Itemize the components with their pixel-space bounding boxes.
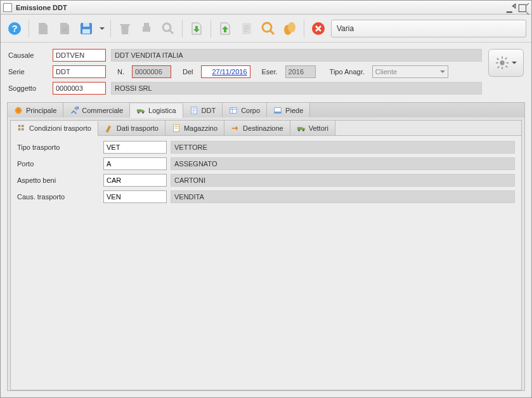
svg-rect-14: [496, 62, 498, 63]
svg-point-35: [302, 129, 304, 131]
svg-rect-18: [505, 57, 507, 60]
tab-principale[interactable]: Principale: [8, 103, 63, 117]
numero-label: N.: [111, 68, 127, 76]
print-button[interactable]: [138, 20, 155, 37]
search-button[interactable]: [159, 20, 177, 37]
save-dropdown[interactable]: [99, 26, 105, 31]
help-button[interactable]: ?: [6, 20, 23, 37]
numero-input[interactable]: [132, 65, 171, 78]
causale-code-input[interactable]: [53, 49, 106, 62]
tipo-anagr-value: Cliente: [375, 68, 397, 76]
window-title: Emissione DDT: [16, 4, 505, 11]
titlebar: Emissione DDT: [1, 1, 531, 15]
tab-commerciale[interactable]: Commerciale: [63, 103, 130, 117]
window-icon: [3, 3, 12, 12]
inner-tab-content: Tipo trasporto VETTORE Porto ASSEGNATO A…: [10, 135, 522, 390]
tab-corpo[interactable]: Corpo: [223, 103, 267, 117]
svg-rect-12: [502, 56, 503, 59]
soggetto-code-input[interactable]: [53, 82, 106, 95]
soggetto-desc: ROSSI SRL: [111, 82, 482, 95]
import-button[interactable]: [188, 20, 205, 37]
porto-input[interactable]: [103, 157, 167, 170]
svg-rect-30: [18, 128, 21, 131]
mode-field[interactable]: Varia: [331, 20, 526, 37]
save-button[interactable]: [77, 20, 95, 37]
svg-text:?: ?: [11, 23, 17, 34]
aspetto-beni-desc: CARTONI: [171, 174, 515, 187]
caus-trasporto-input[interactable]: [103, 190, 167, 203]
aspetto-beni-label: Aspetto beni: [17, 176, 100, 184]
svg-rect-4: [83, 23, 89, 27]
svg-rect-21: [137, 109, 142, 112]
del-label: Del: [176, 68, 196, 76]
svg-rect-28: [18, 125, 21, 128]
svg-rect-19: [497, 66, 500, 69]
tab-logistica[interactable]: Logistica: [130, 103, 183, 118]
serie-label: Serie: [8, 68, 48, 76]
svg-rect-16: [496, 58, 499, 60]
subtab-condizioni-trasporto[interactable]: Condizioni trasporto: [11, 121, 98, 136]
subtab-dati-trasporto[interactable]: Dati trasporto: [98, 121, 165, 135]
del-date-input[interactable]: [201, 65, 250, 78]
svg-rect-27: [275, 111, 282, 113]
svg-point-7: [263, 23, 271, 32]
main-window: Emissione DDT ?: [0, 0, 532, 398]
porto-desc: ASSEGNATO: [171, 157, 515, 170]
causale-desc: DDT VENDITA ITALIA: [111, 49, 482, 62]
caus-trasporto-label: Caus. trasporto: [17, 193, 100, 201]
caus-trasporto-desc: VENDITA: [171, 190, 515, 203]
tipo-trasporto-desc: VETTORE: [171, 141, 515, 154]
notes-button[interactable]: [238, 20, 256, 37]
tab-ddt[interactable]: DDT: [183, 103, 223, 117]
svg-point-11: [500, 60, 504, 65]
main-tab-panel: Principale Commerciale Logistica DDT Cor…: [7, 102, 525, 391]
svg-point-22: [138, 112, 139, 114]
subtab-vettori[interactable]: Vettori: [290, 121, 335, 135]
svg-rect-0: [519, 4, 526, 11]
find-button[interactable]: [259, 20, 277, 37]
export-button[interactable]: [216, 20, 234, 37]
chevron-down-icon: [440, 68, 445, 76]
porto-label: Porto: [17, 160, 100, 168]
svg-rect-5: [82, 29, 90, 34]
minimize-button[interactable]: [505, 3, 516, 12]
svg-point-9: [288, 22, 295, 32]
svg-rect-15: [506, 62, 509, 63]
settings-button[interactable]: [488, 49, 524, 77]
main-tabrow: Principale Commerciale Logistica DDT Cor…: [7, 102, 525, 117]
eser-input: [285, 65, 316, 78]
causale-label: Causale: [8, 51, 48, 59]
totals-button[interactable]: [281, 20, 299, 37]
aspetto-beni-input[interactable]: [103, 174, 167, 187]
subtab-magazzino[interactable]: Magazzino: [165, 121, 224, 135]
svg-point-23: [142, 112, 144, 114]
svg-rect-29: [22, 125, 24, 128]
soggetto-label: Soggetto: [8, 84, 48, 92]
svg-rect-25: [230, 107, 237, 113]
svg-rect-31: [22, 128, 24, 131]
inner-tabrow: Condizioni trasporto Dati trasporto Maga…: [10, 120, 522, 135]
svg-rect-13: [502, 67, 503, 69]
open-button[interactable]: [56, 20, 74, 37]
serie-input[interactable]: [53, 65, 106, 78]
tipo-trasporto-input[interactable]: [103, 141, 167, 154]
svg-point-34: [298, 129, 300, 131]
close-button[interactable]: [309, 20, 327, 37]
tipo-anagr-combo[interactable]: Cliente: [372, 65, 448, 78]
eser-label: Eser.: [256, 68, 280, 76]
svg-rect-33: [297, 127, 302, 129]
toolbar: ?: [1, 15, 531, 43]
tipo-trasporto-label: Tipo trasporto: [17, 143, 100, 151]
tipo-anagr-label: Tipo Anagr.: [321, 68, 367, 76]
new-document-button[interactable]: [34, 20, 52, 37]
header-form: Causale DDT VENDITA ITALIA Serie N. Del …: [1, 43, 531, 98]
svg-rect-17: [505, 65, 508, 68]
tab-piede[interactable]: Piede: [267, 103, 310, 117]
subtab-destinazione[interactable]: Destinazione: [224, 121, 290, 135]
maximize-button[interactable]: [517, 3, 529, 12]
svg-point-6: [163, 23, 171, 31]
delete-button[interactable]: [116, 20, 134, 37]
